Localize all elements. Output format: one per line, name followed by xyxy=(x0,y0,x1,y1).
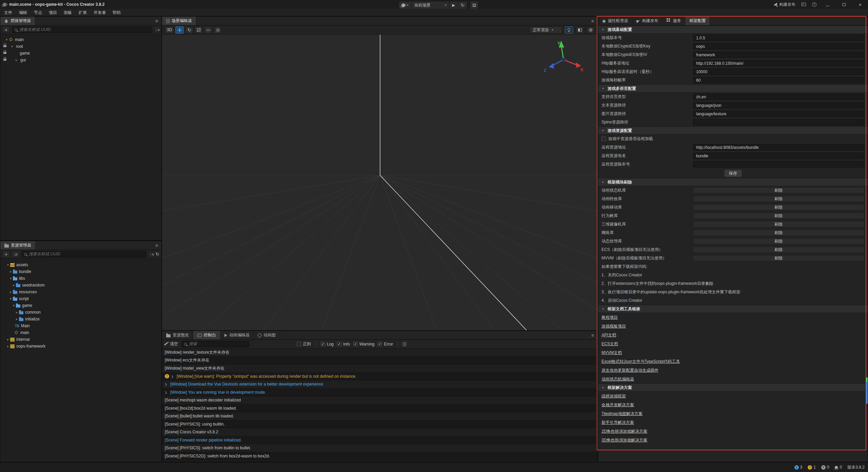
chevron-right-icon[interactable] xyxy=(6,338,10,341)
asset-node-libs[interactable]: libs xyxy=(0,275,161,282)
clear-console-button[interactable]: 清空 xyxy=(164,341,178,347)
log-row[interactable]: [Scene] [box2d]:box2d wasm lib loaded. xyxy=(162,405,597,413)
lock-icon[interactable] xyxy=(3,52,6,54)
chevron-down-icon[interactable] xyxy=(8,277,13,280)
tab-animation-editor[interactable]: 动画编辑器 xyxy=(220,331,254,339)
reload-button[interactable] xyxy=(458,1,467,9)
http-server-input[interactable] xyxy=(693,60,864,66)
link-hotupdate-plugin[interactable]: 原生包热更新配置自动生成插件 xyxy=(601,368,658,373)
chevron-down-icon[interactable] xyxy=(4,38,9,41)
chevron-right-icon[interactable] xyxy=(15,317,19,321)
asset-node-Main[interactable]: Main xyxy=(0,322,161,329)
rect-tool-button[interactable] xyxy=(204,26,212,34)
menu-help[interactable]: 帮助 xyxy=(109,9,124,16)
section-game-basic[interactable]: 游戏基础配置 xyxy=(598,25,868,34)
spine-path-input[interactable] xyxy=(693,119,864,125)
remote-bundle-input[interactable] xyxy=(693,153,864,159)
menu-developer[interactable]: 开发者 xyxy=(90,9,109,16)
remove-move-button[interactable]: 剔除 xyxy=(693,204,864,211)
remove-ecs-button[interactable]: 剔除 xyxy=(693,247,864,253)
asset-node-oops-framework[interactable]: oops-framework xyxy=(0,343,161,350)
tab-asset-preview[interactable]: 资源预览 xyxy=(162,331,193,339)
notification-badge[interactable]: 0 xyxy=(835,465,842,470)
filter-info-checkbox[interactable]: Info xyxy=(337,342,350,347)
log-row[interactable]: [Window] ecs文件夹存在 xyxy=(162,357,597,365)
assets-search-input[interactable]: 搜索名称或 UUID xyxy=(21,251,146,257)
section-modules[interactable]: 框架模块剔除 xyxy=(598,178,868,186)
chevron-right-icon[interactable] xyxy=(12,283,16,287)
link-excel-tool[interactable]: Excel格式转Json文件与TypeScript代码工具 xyxy=(601,359,680,365)
tab-console[interactable]: 控制台 xyxy=(193,331,220,339)
play-button[interactable] xyxy=(450,1,458,9)
log-row[interactable]: [Window] model_view文件夹存在 xyxy=(162,365,597,373)
save-button[interactable]: 保存 xyxy=(725,170,742,177)
chevron-down-icon[interactable] xyxy=(10,45,14,48)
expand-icon[interactable] xyxy=(165,382,168,386)
console-search-input[interactable]: 搜索 xyxy=(181,341,249,347)
menu-node[interactable]: 节点 xyxy=(31,9,45,16)
tab-hierarchy[interactable]: 层级管理器 xyxy=(0,17,35,25)
rotate-tool-button[interactable] xyxy=(185,26,193,34)
http-timeout-input[interactable] xyxy=(693,68,864,75)
log-row[interactable]: [Scene] [PHYSICS]: using builtin. xyxy=(162,420,597,429)
link-tiledmap[interactable]: Tiledmap地图解决方案 xyxy=(601,411,643,417)
crypto-key-input[interactable] xyxy=(693,43,864,50)
scrollbar-thumb[interactable] xyxy=(866,377,868,404)
remove-render-texture-button[interactable]: 剔除 xyxy=(693,238,864,244)
view-gizmo[interactable]: Y X Z xyxy=(543,40,584,75)
device-preview-button[interactable] xyxy=(470,1,478,9)
screenshot-icon[interactable] xyxy=(802,3,806,6)
link-guide[interactable]: 新手引导解决方案 xyxy=(601,420,634,426)
remove-mvvm-button[interactable]: 剔除 xyxy=(693,255,864,261)
open-log-file-icon[interactable] xyxy=(403,342,406,346)
scene-select-dropdown[interactable]: 当前场景▾ xyxy=(412,1,450,9)
link-2d-rpg[interactable]: 2D角色扮演游戏解决方案 xyxy=(601,429,647,434)
regex-checkbox[interactable]: 正则 xyxy=(297,341,311,347)
chevron-right-icon[interactable] xyxy=(15,311,19,314)
chevron-right-icon[interactable] xyxy=(8,290,13,294)
log-row[interactable]: [Scene] [bullet]:bullet wasm lib loaded. xyxy=(162,412,597,420)
crypto-iv-input[interactable] xyxy=(693,52,864,58)
link-api-docs[interactable]: API文档 xyxy=(601,332,616,338)
error-count-badge[interactable]: ×0 xyxy=(821,465,829,470)
asset-node-bundle[interactable]: bundle xyxy=(0,268,161,275)
sort-assets-button[interactable] xyxy=(12,251,19,257)
remote-version-input[interactable] xyxy=(693,161,864,168)
preview-target-dropdown[interactable]: ▾ xyxy=(399,1,412,9)
section-solutions[interactable]: 框架解决方案 xyxy=(598,383,868,392)
menu-file[interactable]: 文件 xyxy=(1,9,16,16)
log-row[interactable]: [Scene] meshopt wasm decoder initialized xyxy=(162,396,597,405)
tab-scene-editor[interactable]: 场景编辑器 xyxy=(162,17,196,25)
tree-node-main[interactable]: main xyxy=(0,36,161,43)
close-button[interactable] xyxy=(855,2,865,7)
filter-icon[interactable] xyxy=(154,27,159,32)
log-row[interactable]: [Scene] [PHYSICS]: switch from builtin t… xyxy=(162,444,597,452)
tab-services[interactable]: 服务 xyxy=(663,17,685,25)
tree-node-gui[interactable]: gui xyxy=(0,57,161,63)
tree-node-root[interactable]: root xyxy=(0,43,161,50)
link-fullstack[interactable]: 全栈开发解决方案 xyxy=(601,402,634,408)
panel-menu-icon[interactable] xyxy=(591,333,594,338)
link-ecs-docs[interactable]: ECS文档 xyxy=(601,341,618,347)
log-row-info[interactable]: [Window] You are running Vue in developm… xyxy=(162,389,597,397)
panel-menu-icon[interactable] xyxy=(591,18,594,24)
filter-warning-checkbox[interactable]: Warning xyxy=(353,342,374,347)
texture-path-input[interactable] xyxy=(693,111,864,117)
filter-error-checkbox[interactable]: Error xyxy=(378,342,393,347)
panel-menu-icon[interactable] xyxy=(155,18,158,24)
remove-animator-button[interactable]: 剔除 xyxy=(693,187,864,194)
asset-node-game[interactable]: game xyxy=(0,302,161,309)
filter-icon[interactable] xyxy=(149,252,154,257)
lock-icon[interactable] xyxy=(3,59,6,61)
link-template-project[interactable]: 游戏模板项目 xyxy=(601,323,626,329)
asset-node-main-scene[interactable]: main xyxy=(0,329,161,336)
warning-count-badge[interactable]: !1 xyxy=(808,465,816,470)
link-tutorial-project[interactable]: 教程项目 xyxy=(601,315,618,320)
asset-node-resources[interactable]: resources xyxy=(0,289,161,295)
log-row[interactable]: [Scene] Cocos Creator v3.8.2 xyxy=(162,428,597,436)
link-mvvm-docs[interactable]: MVVM文档 xyxy=(601,350,622,356)
gizmo-pivot-button[interactable] xyxy=(214,26,222,34)
add-node-button[interactable] xyxy=(2,26,10,33)
asset-node-initialize[interactable]: initialize xyxy=(0,316,161,322)
scene-viewport[interactable]: Y X Z xyxy=(162,35,597,330)
